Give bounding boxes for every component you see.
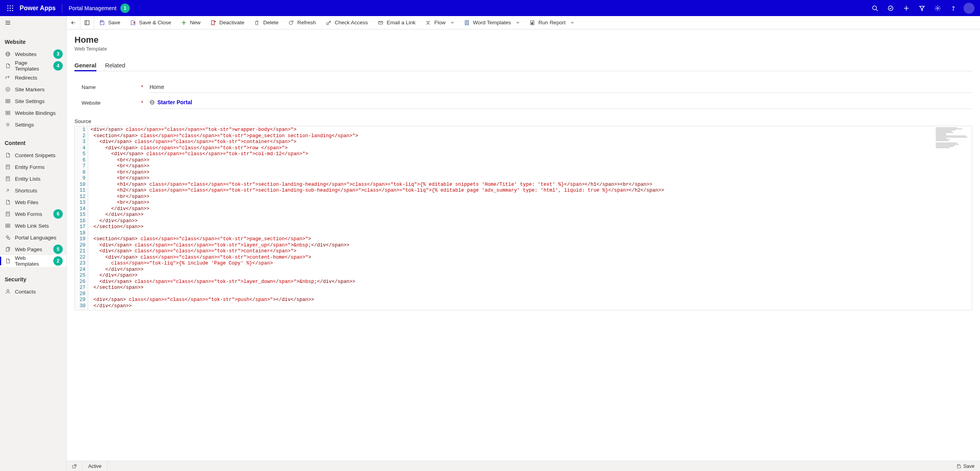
deactivate-icon bbox=[210, 20, 216, 26]
name-field[interactable]: Home bbox=[149, 82, 972, 93]
deactivate-label: Deactivate bbox=[220, 20, 245, 25]
sidebar-item-label: Settings bbox=[15, 122, 63, 128]
new-label: New bbox=[190, 20, 201, 25]
sidebar-item-site-settings[interactable]: Site Settings bbox=[0, 95, 66, 107]
sidebar-heading: Website bbox=[0, 29, 66, 48]
sidebar-item-label: Web Templates bbox=[15, 255, 49, 267]
assistant-icon[interactable] bbox=[883, 0, 898, 16]
save-close-button[interactable]: Save & Close bbox=[125, 16, 176, 29]
report-icon bbox=[529, 20, 535, 26]
tabs: General Related bbox=[74, 60, 972, 71]
sidebar-item-page-templates[interactable]: Page Templates4 bbox=[0, 60, 66, 72]
word-templates-label: Word Templates bbox=[473, 20, 511, 25]
popout-icon[interactable] bbox=[67, 461, 83, 471]
sidebar-item-web-templates[interactable]: Web Templates2 bbox=[0, 255, 66, 267]
panel-icon[interactable] bbox=[80, 16, 94, 29]
svg-point-6 bbox=[7, 10, 9, 11]
source-editor[interactable]: 1234567891011121314151617181920212223242… bbox=[74, 126, 972, 310]
save-label: Save bbox=[108, 20, 120, 25]
svg-point-9 bbox=[873, 6, 877, 10]
check-access-button[interactable]: Check Access bbox=[321, 16, 373, 29]
key-icon bbox=[325, 20, 332, 26]
sidebar-item-web-pages[interactable]: Web Pages5 bbox=[0, 243, 66, 255]
email-link-button[interactable]: Email a Link bbox=[373, 16, 421, 29]
refresh-icon bbox=[288, 20, 294, 26]
help-icon[interactable] bbox=[946, 0, 961, 16]
sidebar-item-web-files[interactable]: Web Files bbox=[0, 196, 66, 208]
tab-related[interactable]: Related bbox=[105, 60, 125, 71]
shortcut-icon bbox=[5, 187, 11, 194]
svg-point-49 bbox=[7, 290, 9, 292]
sidebar-item-web-link-sets[interactable]: Web Link Sets bbox=[0, 220, 66, 232]
svg-point-15 bbox=[953, 9, 954, 10]
website-field[interactable]: Starter Portal bbox=[149, 97, 972, 109]
check-access-label: Check Access bbox=[335, 20, 368, 25]
file-icon bbox=[5, 258, 11, 264]
sidebar-item-portal-languages[interactable]: Portal Languages bbox=[0, 232, 66, 243]
page-subtitle: Web Template bbox=[74, 46, 972, 52]
save-close-label: Save & Close bbox=[139, 20, 171, 25]
svg-point-3 bbox=[7, 7, 9, 9]
svg-point-47 bbox=[8, 237, 10, 239]
deactivate-button[interactable]: Deactivate bbox=[205, 16, 249, 29]
sidebar-item-site-markers[interactable]: Site Markers bbox=[0, 83, 66, 95]
avatar[interactable] bbox=[964, 3, 975, 14]
hamburger-icon[interactable] bbox=[5, 20, 11, 26]
sidebar-item-label: Portal Languages bbox=[15, 235, 63, 241]
main-area: Save Save & Close New Deactivate Delete … bbox=[67, 16, 980, 471]
app-launcher-icon[interactable] bbox=[3, 1, 17, 15]
svg-point-22 bbox=[6, 87, 10, 92]
app-badge: 1 bbox=[120, 4, 130, 13]
svg-point-5 bbox=[12, 7, 13, 9]
save-button[interactable]: Save bbox=[94, 16, 125, 29]
top-bar: Power Apps Portal Management 1 bbox=[0, 0, 980, 16]
flow-icon bbox=[425, 20, 431, 26]
svg-point-8 bbox=[12, 10, 13, 11]
search-icon[interactable] bbox=[867, 0, 883, 16]
sidebar-item-label: Shortcuts bbox=[15, 188, 63, 194]
save-status-button[interactable]: Save bbox=[951, 461, 980, 471]
file-icon bbox=[5, 152, 11, 158]
sidebar-item-websites[interactable]: Websites3 bbox=[0, 48, 66, 60]
list-icon bbox=[5, 98, 11, 104]
sidebar-item-settings[interactable]: Settings bbox=[0, 119, 66, 130]
svg-point-14 bbox=[937, 7, 938, 9]
app-name-label: Portal Management bbox=[69, 5, 116, 11]
word-templates-button[interactable]: Word Templates bbox=[459, 16, 524, 29]
sidebar-item-label: Contacts bbox=[15, 289, 63, 295]
globe-icon bbox=[5, 51, 11, 57]
settings-icon[interactable] bbox=[930, 0, 946, 16]
add-icon[interactable] bbox=[898, 0, 914, 16]
sidebar-item-label: Entity Forms bbox=[15, 164, 63, 170]
refresh-button[interactable]: Refresh bbox=[283, 16, 320, 29]
sidebar-item-contacts[interactable]: Contacts bbox=[0, 286, 66, 297]
sidebar-item-web-forms[interactable]: Web Forms6 bbox=[0, 208, 66, 220]
svg-rect-66 bbox=[532, 22, 533, 24]
brand-label: Power Apps bbox=[20, 5, 56, 12]
chevron-down-icon bbox=[570, 21, 574, 25]
svg-point-46 bbox=[6, 236, 8, 238]
delete-button[interactable]: Delete bbox=[249, 16, 283, 29]
sidebar-item-entity-lists[interactable]: Entity Lists bbox=[0, 173, 66, 185]
new-button[interactable]: New bbox=[176, 16, 205, 29]
run-report-button[interactable]: Run Report bbox=[524, 16, 579, 29]
sidebar-item-shortcuts[interactable]: Shortcuts bbox=[0, 185, 66, 196]
svg-rect-50 bbox=[85, 20, 89, 25]
sidebar-item-redirects[interactable]: Redirects bbox=[0, 72, 66, 83]
pages-icon bbox=[5, 246, 11, 252]
flow-button[interactable]: Flow bbox=[420, 16, 459, 29]
sidebar-item-content-snippets[interactable]: Content Snippets bbox=[0, 149, 66, 161]
tab-general[interactable]: General bbox=[74, 60, 96, 71]
sidebar-item-website-bindings[interactable]: Website Bindings bbox=[0, 107, 66, 119]
back-button[interactable] bbox=[67, 16, 80, 29]
svg-line-10 bbox=[876, 9, 878, 11]
form-icon bbox=[5, 176, 11, 182]
mail-icon bbox=[377, 20, 384, 26]
filter-icon[interactable] bbox=[914, 0, 930, 16]
sidebar-item-label: Entity Lists bbox=[15, 176, 63, 182]
sidebar-badge: 5 bbox=[53, 245, 63, 254]
sidebar-item-entity-forms[interactable]: Entity Forms bbox=[0, 161, 66, 173]
sidebar-badge: 2 bbox=[53, 256, 63, 266]
list-icon bbox=[5, 110, 11, 116]
sidebar-badge: 3 bbox=[53, 49, 63, 59]
